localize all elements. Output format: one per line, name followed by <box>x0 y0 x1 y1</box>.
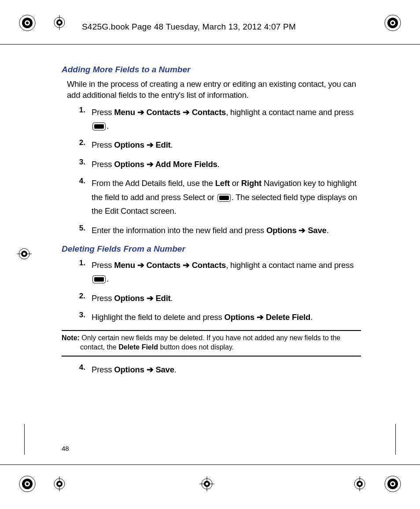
crop-line-bottom <box>0 464 420 465</box>
reg-crosshair-bottom-3 <box>352 476 367 491</box>
step-1: 1. Press Menu ➔ Contacts ➔ Contacts, hig… <box>62 105 361 133</box>
svg-point-36 <box>358 483 361 485</box>
step-num: 4. <box>70 176 92 218</box>
steps-list-delete: 1. Press Menu ➔ Contacts ➔ Contacts, hig… <box>62 258 361 324</box>
reg-mark-bottom-right <box>384 475 402 493</box>
note-text-post: button does not display. <box>158 343 234 351</box>
step-2: 2. Press Options ➔ Edit. <box>62 291 361 305</box>
step-body: Press Options ➔ Save. <box>92 363 361 376</box>
steps-list-delete-after: 4. Press Options ➔ Save. <box>62 363 361 376</box>
section-intro: While in the process of creating a new e… <box>67 79 361 101</box>
step-1: 1. Press Menu ➔ Contacts ➔ Contacts, hig… <box>62 258 361 286</box>
header-text: S425G.book Page 48 Tuesday, March 13, 20… <box>82 22 296 32</box>
step-num: 4. <box>70 363 92 376</box>
step-4: 4. Press Options ➔ Save. <box>62 363 361 376</box>
tick-right <box>395 424 396 455</box>
step-body: Press Options ➔ Edit. <box>92 138 361 152</box>
step-num: 1. <box>70 258 92 286</box>
page-number: 48 <box>62 445 69 452</box>
svg-rect-42 <box>94 277 104 282</box>
section-heading-add: Adding More Fields to a Number <box>62 64 361 75</box>
reg-mark-bottom-left <box>18 475 36 493</box>
ok-key-icon <box>217 194 231 202</box>
reg-mark-top-right <box>384 14 402 32</box>
ok-key-icon <box>92 123 106 130</box>
tick-left <box>24 424 25 455</box>
svg-point-19 <box>58 21 61 24</box>
step-2: 2. Press Options ➔ Edit. <box>62 138 361 152</box>
step-body: Highlight the field to delete and press … <box>92 310 361 324</box>
svg-point-11 <box>26 483 29 485</box>
svg-point-32 <box>206 483 208 485</box>
step-3: 3. Press Options ➔ Add More Fields. <box>62 157 361 171</box>
step-body: Press Options ➔ Add More Fields. <box>92 157 361 171</box>
reg-crosshair-top-1 <box>52 15 67 30</box>
step-body: Press Options ➔ Edit. <box>92 291 361 305</box>
section-heading-delete: Deleting Fields From a Number <box>62 243 361 255</box>
step-body: Press Menu ➔ Contacts ➔ Contacts, highli… <box>92 105 361 133</box>
step-num: 3. <box>70 157 92 171</box>
step-body: Press Menu ➔ Contacts ➔ Contacts, highli… <box>92 258 361 286</box>
svg-rect-38 <box>94 124 104 129</box>
svg-rect-40 <box>219 196 229 200</box>
reg-crosshair-bottom-1 <box>52 476 67 491</box>
reg-crosshair-left <box>17 246 32 261</box>
crop-line-top <box>0 44 420 45</box>
step-body: Enter the information into the new field… <box>92 223 361 237</box>
step-3: 3. Highlight the field to delete and pre… <box>62 310 361 324</box>
step-num: 1. <box>70 105 92 133</box>
svg-point-7 <box>391 22 394 24</box>
step-num: 2. <box>70 138 92 152</box>
step-num: 2. <box>70 291 92 305</box>
svg-point-27 <box>58 483 61 485</box>
reg-mark-top-left <box>18 14 36 32</box>
step-4: 4. From the Add Details field, use the L… <box>62 176 361 218</box>
svg-point-3 <box>26 22 29 24</box>
steps-list-add: 1. Press Menu ➔ Contacts ➔ Contacts, hig… <box>62 105 361 238</box>
ok-key-icon <box>92 275 106 283</box>
svg-point-23 <box>23 253 26 255</box>
reg-crosshair-bottom-2 <box>199 476 214 491</box>
step-num: 3. <box>70 310 92 324</box>
step-num: 5. <box>70 223 92 237</box>
page-content: Adding More Fields to a Number While in … <box>62 64 361 383</box>
note-box: Note: Only certain new fields may be del… <box>62 330 361 357</box>
step-body: From the Add Details field, use the Left… <box>92 176 361 218</box>
svg-point-15 <box>391 483 394 485</box>
step-5: 5. Enter the information into the new fi… <box>62 223 361 237</box>
note-bold: Delete Field <box>118 343 158 351</box>
note-label: Note: <box>62 334 80 342</box>
